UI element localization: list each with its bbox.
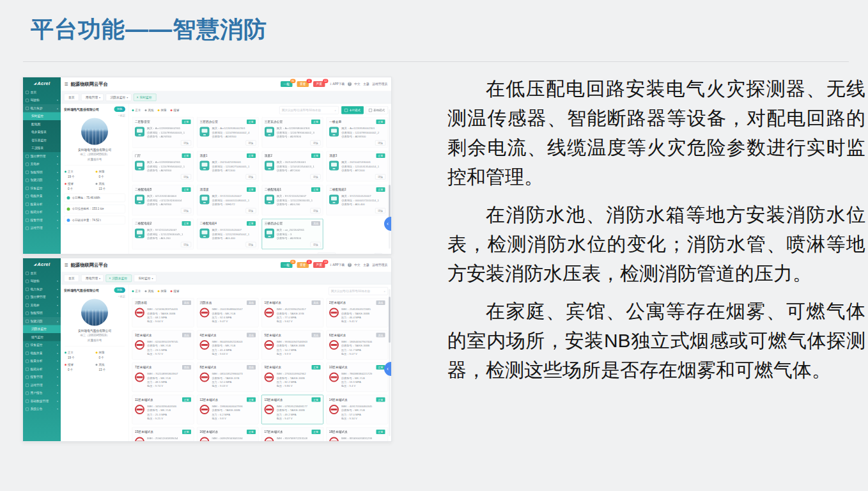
device-card[interactable]: 温度1 正常 网关：20210425330001 仪表地址：1210827506… [197, 151, 258, 182]
water-device-card[interactable]: 消防水箱 离线 IMEI：521696283756431 仪表型号：TAIKE-… [132, 298, 194, 327]
water-device-card[interactable]: 17层末端试水 正常 IMEI：859768972233108 仪表型号：MK-… [261, 427, 323, 442]
menu-toggle-icon[interactable]: ☰ [65, 82, 68, 87]
detail-button[interactable]: 详情 [311, 242, 321, 247]
sidebar-item[interactable]: 电能质量 ▾ [23, 349, 61, 357]
nav-tab[interactable]: 首页 [64, 93, 79, 101]
language-link[interactable]: 中文 [354, 263, 360, 267]
search-input[interactable]: 网关识别号/仪表型号/回路名称 ⌕ [329, 287, 388, 295]
next-page-button[interactable]: › [359, 254, 363, 255]
water-device-card[interactable]: 9层末端试水 正常 IMEI：27630109902962 仪表型号：TAIKE… [261, 362, 323, 392]
page-number[interactable]: 2 [352, 254, 356, 255]
sidebar-item[interactable]: 智慧消防 ▾ [23, 176, 61, 185]
sidebar-item[interactable]: 智能照明 ▾ [23, 309, 61, 318]
detail-button[interactable]: 详情 [245, 208, 256, 214]
water-device-card[interactable]: 1层末端试水 离线 IMEI：45223390250357 仪表型号：TAIKE… [261, 298, 323, 327]
water-device-card[interactable]: 4层末端试水 离线 IMEI：864493492118003 仪表型号：MK-Y… [197, 331, 259, 360]
sidebar-item[interactable]: 系统公告 ▾ [23, 405, 61, 414]
nav-tab[interactable]: 实时监控 ▾ [134, 274, 156, 282]
detail-button[interactable]: 详情 [245, 242, 256, 247]
sidebar-item[interactable]: 预付费管理 ▾ [23, 152, 61, 160]
sidebar-item[interactable]: 能量分析 ▾ [23, 200, 61, 208]
detail-button[interactable]: 详情 [375, 141, 385, 146]
sidebar-item[interactable]: 智能照明 ▾ [23, 168, 61, 176]
user-menu[interactable]: 运维管理员 [372, 263, 387, 267]
page-number[interactable]: 1 [346, 254, 350, 255]
sidebar-item[interactable]: 设备监控 ▾ [23, 184, 61, 192]
nav-tab[interactable]: 用电管理 ▾ [81, 93, 104, 101]
device-card[interactable]: 门厅 正常 网关：Acr12269580002301 仪表地址：12247895… [132, 151, 194, 182]
water-device-card[interactable]: 11层末端试水 正常 IMEI：34503390403346 仪表型号：MK-Y… [132, 395, 194, 425]
scrollbar-thumb[interactable] [389, 297, 391, 343]
sidebar-item[interactable]: 配电图 [23, 120, 61, 129]
detail-button[interactable]: 详情 [375, 208, 385, 214]
sidebar-item[interactable]: 消防水监控 [23, 325, 61, 334]
view-mode-button[interactable]: 表格模式 [366, 106, 388, 114]
water-device-card[interactable]: 10层末端试水 正常 IMEI：786388384221729 仪表型号：MK-… [326, 362, 388, 392]
collapse-link[interactable]: ‹ 收起 [64, 295, 125, 299]
menu-toggle-icon[interactable]: ☰ [65, 263, 68, 268]
sidebar-item[interactable]: 首页 [23, 269, 61, 277]
sidebar-item[interactable]: 设备监控 ▾ [23, 341, 61, 350]
detail-button[interactable]: 详情 [181, 141, 191, 146]
sidebar-item[interactable]: 能量分析 ▾ [23, 357, 61, 366]
device-card[interactable]: 温湿度 正常 网关：SYZ21110520007 仪表地址：0000051108… [197, 185, 258, 215]
water-device-card[interactable]: 12层末端试水 正常 IMEI：198060606047996 仪表型号：TAI… [197, 395, 259, 425]
water-device-card[interactable]: 8层末端试水 离线 IMEI：081018529966473 仪表型号：TAIK… [197, 362, 259, 392]
alarm-badge[interactable]: 严重 13 [313, 262, 325, 268]
detail-button[interactable]: 详情 [311, 208, 321, 214]
sidebar-item[interactable]: 电力集抄 ▴ [23, 104, 61, 113]
language-link[interactable]: 中文 [354, 82, 360, 86]
theme-link[interactable]: 主题 [363, 82, 369, 86]
sidebar-item[interactable]: 驾驶舱 ▾ [23, 277, 61, 286]
sidebar-item[interactable]: 充电桩 ▾ [23, 160, 61, 169]
app-download-link[interactable]: ⇩ APP下载 [329, 82, 345, 86]
sidebar-item[interactable]: 智慧消防 ▴ [23, 317, 61, 325]
device-card[interactable]: 三层西办公室 正常 网关：Acr12269580002301 仪表地址：1224… [197, 117, 258, 148]
alarm-badge[interactable]: 重要 0 [297, 262, 309, 268]
sidebar-item[interactable]: 报警管理 ▾ [23, 216, 61, 224]
device-card[interactable]: 三楼西办公室 离线 网关：air_2022042901 仪表地址：3 仪表型号：… [261, 219, 323, 249]
sidebar-item[interactable]: 电力集抄 ▾ [23, 285, 61, 293]
switch-button[interactable]: 切换 [114, 288, 126, 293]
help-icon[interactable]: ? [348, 82, 352, 86]
water-device-card[interactable]: 14层末端试水 正常 IMEI：409170566460345 仪表型号：MK-… [326, 395, 388, 425]
prev-page-button[interactable]: ‹ [339, 254, 343, 255]
sidebar-item[interactable]: 驾驶舱 ▾ [23, 97, 61, 105]
sidebar-item[interactable]: 充电桩 ▾ [23, 301, 61, 309]
detail-button[interactable]: 详情 [181, 208, 191, 214]
sidebar-item[interactable]: 用户报告 ▾ [23, 389, 61, 398]
sidebar-item[interactable]: 运维管理 ▾ [23, 224, 61, 233]
alarm-badge[interactable]: 严重 12 [313, 81, 325, 87]
detail-button[interactable]: 详情 [181, 242, 191, 247]
water-device-card[interactable]: 15层末端试水 正常 IMEI：259412065839054 仪表型号：TAI… [132, 427, 194, 442]
nav-tab[interactable]: 消防水监控 ▾ [106, 93, 132, 101]
device-card[interactable]: 二楼配电箱2 正常 网关：SYZ21110520007 仪表地址：1211223… [132, 219, 194, 249]
water-device-card[interactable]: 5层末端试水 离线 IMEI：993600947046963 仪表型号：TAIK… [261, 331, 323, 360]
app-download-link[interactable]: ⇩ APP下载 [329, 263, 345, 267]
sidebar-item[interactable]: 预付费管理 ▾ [23, 293, 61, 302]
water-device-card[interactable]: 3层末端试水 离线 IMEI：620039501978745 仪表型号：MK-Y… [132, 331, 194, 360]
device-card[interactable]: 温度2 正常 网关：20210425330001 仪表地址：1210531354… [261, 151, 323, 182]
device-card[interactable]: 二层影音室 正常 网关：Acr12269580002301 仪表地址：12247… [132, 117, 194, 148]
tab-close-icon[interactable]: × [109, 277, 111, 280]
device-card[interactable]: 二楼配电箱4 正常 网关：SYZ21110520007 仪表地址：1211231… [197, 219, 258, 249]
sidebar-item[interactable]: 变压器监控 [23, 136, 61, 144]
nav-tab[interactable]: 用电管理 ▾ [81, 274, 104, 282]
device-card[interactable]: 二楼配电箱3 正常 网关：SYZ21110520007 仪表地址：0000057… [327, 185, 388, 215]
detail-button[interactable]: 详情 [245, 175, 256, 180]
search-input[interactable]: 网关识别号/仪表型号/回路名称 ⌕ [279, 106, 339, 114]
view-mode-button[interactable]: 卡片模式 [341, 106, 364, 114]
detail-button[interactable]: 详情 [311, 141, 321, 146]
sidebar-item[interactable]: 基础数据管理 ▾ [23, 397, 61, 405]
theme-link[interactable]: 主题 [363, 263, 369, 267]
tab-close-icon[interactable]: × [137, 96, 139, 99]
page-size-select[interactable]: 24条/页▾ [318, 253, 336, 254]
nav-tab[interactable]: × 实时监控 [134, 93, 157, 101]
detail-button[interactable]: 详情 [375, 175, 385, 180]
device-card[interactable]: 二楼配电箱5 正常 网关：02122032400004 仪表地址：0212203… [132, 185, 194, 215]
water-device-card[interactable]: 16层末端试水 正常 IMEI：069929563605594 仪表型号：TAI… [197, 427, 259, 442]
alarm-badge[interactable]: 一般 35 [281, 262, 293, 268]
collapse-link[interactable]: ‹ 收起 [64, 114, 125, 118]
goto-page-input[interactable]: 2 [375, 253, 383, 254]
device-card[interactable]: 温度3 正常 网关：20210425330001 仪表地址：1210531354… [327, 151, 388, 182]
